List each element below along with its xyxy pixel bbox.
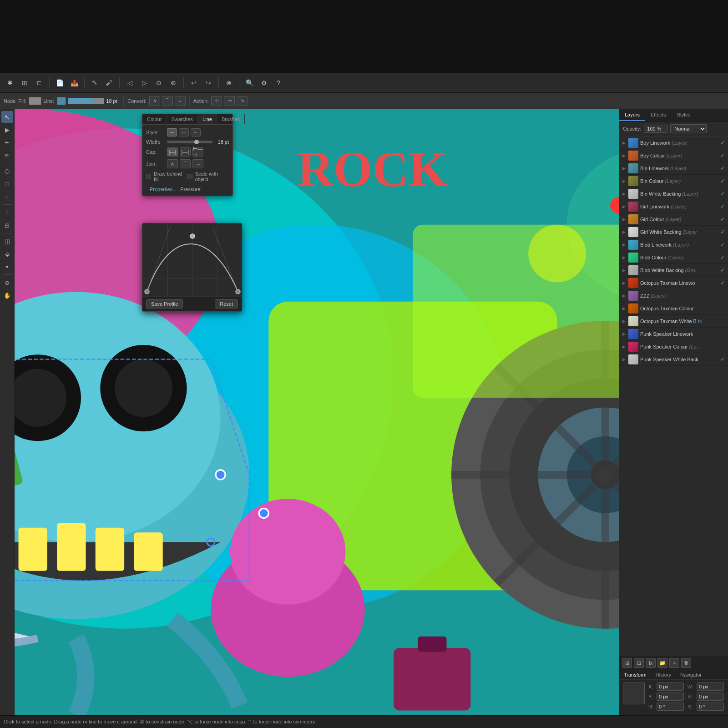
panel-footer-delete[interactable]: 🗑 — [681, 658, 691, 668]
panel-footer-fx[interactable]: fx — [646, 658, 656, 668]
layer-vis-9[interactable]: ✓ — [719, 241, 726, 248]
tool-pen[interactable]: ✒ — [1, 136, 13, 148]
line-width-slider[interactable] — [68, 98, 104, 104]
layer-expand-8[interactable]: ▶ — [621, 229, 627, 235]
layer-item-blob-white-backing[interactable]: ▶ Blob White Backing (Gro... ✓ — [619, 264, 728, 277]
join-btn-round[interactable]: ⌒ — [180, 159, 191, 168]
layer-expand-6[interactable]: ▶ — [621, 204, 627, 209]
convert-btn-2[interactable]: ⌒ — [162, 96, 173, 106]
layer-expand-14[interactable]: ▶ — [621, 306, 627, 311]
layer-vis-6[interactable]: ✓ — [719, 203, 726, 210]
tool-rect[interactable]: □ — [1, 178, 13, 190]
tab-history[interactable]: History — [651, 670, 676, 679]
layer-vis-12[interactable]: ✓ — [719, 279, 726, 287]
menu-icon-redo[interactable]: ↪ — [202, 76, 215, 89]
menu-icon-share[interactable]: ⊏ — [33, 76, 46, 89]
menu-icon-persona2[interactable]: 🖋 — [103, 76, 116, 89]
w-input[interactable] — [697, 682, 724, 691]
tab-transform[interactable]: Transform — [619, 670, 651, 679]
layer-vis-15[interactable] — [719, 318, 726, 325]
panel-footer-mask[interactable]: ⊡ — [634, 658, 644, 668]
convert-btn-3[interactable]: ⌣ — [175, 96, 186, 106]
layer-item-bin-colour[interactable]: ▶ Bin Colour (Layer) ✓ — [619, 175, 728, 187]
scale-object-checkbox[interactable] — [187, 174, 192, 179]
menu-icon-align[interactable]: ⊜ — [222, 76, 235, 89]
layer-vis-5[interactable]: ✓ — [719, 190, 726, 197]
layer-item-boy-linework[interactable]: ▶ Boy Linework (Layer) ✓ — [619, 136, 728, 149]
menu-icon-persona1[interactable]: ✎ — [88, 76, 101, 89]
layer-item-bin-white-backing[interactable]: ▶ Bin White Backing (Layer) ✓ — [619, 187, 728, 200]
layer-expand-3[interactable]: ▶ — [621, 166, 627, 171]
panel-footer-folder[interactable]: 📁 — [657, 658, 667, 668]
reset-button[interactable]: Reset — [215, 299, 238, 308]
menu-icon-view3[interactable]: ⊙ — [152, 76, 165, 89]
tool-pan[interactable]: ✋ — [1, 289, 13, 301]
cap-btn-butt[interactable]: |—| — [167, 147, 178, 157]
style-btn-dashed[interactable]: - - — [179, 128, 189, 136]
layer-vis-4[interactable]: ✓ — [719, 177, 726, 185]
tab-swatches[interactable]: Swatches — [167, 114, 198, 124]
cap-btn-square[interactable]: ⊢—⊣ — [192, 147, 203, 157]
layer-vis-16[interactable] — [719, 330, 726, 338]
layer-expand-13[interactable]: ▶ — [621, 293, 627, 298]
layer-expand-10[interactable]: ▶ — [621, 255, 627, 260]
r-input[interactable] — [657, 703, 684, 711]
layer-vis-11[interactable]: ✓ — [719, 267, 726, 274]
layer-item-punk-white-back[interactable]: ▶ Punk Speaker White Back ✓ — [619, 353, 728, 366]
fill-swatch[interactable] — [29, 97, 41, 105]
tool-gradient[interactable]: ◫ — [1, 235, 13, 247]
panel-footer-group[interactable]: ⊞ — [622, 658, 632, 668]
layer-expand-16[interactable]: ▶ — [621, 331, 627, 337]
layer-item-boy-colour[interactable]: ▶ Boy Colour (Layer) ✓ — [619, 149, 728, 162]
tab-styles[interactable]: Styles — [671, 109, 696, 121]
layer-vis-14[interactable] — [719, 305, 726, 312]
layer-vis-2[interactable]: ✓ — [719, 152, 726, 159]
layer-vis-18[interactable]: ✓ — [719, 356, 726, 363]
layer-expand-17[interactable]: ▶ — [621, 344, 627, 349]
save-profile-button[interactable]: Save Profile — [146, 299, 183, 308]
layer-item-zzz[interactable]: ▶ ZZZ (Layer) — [619, 289, 728, 302]
menu-icon-view2[interactable]: ▷ — [138, 76, 151, 89]
width-slider-thumb[interactable] — [194, 140, 199, 144]
layer-expand-2[interactable]: ▶ — [621, 153, 627, 158]
layer-item-octopus-linework[interactable]: ▶ Octopus Taxman Linewo ✓ — [619, 277, 728, 289]
layer-expand-1[interactable]: ▶ — [621, 140, 627, 146]
menu-icon-help[interactable]: ? — [272, 76, 285, 89]
y-input[interactable] — [657, 693, 684, 701]
tool-node[interactable]: ↖ — [1, 111, 13, 123]
tool-ellipse[interactable]: ○ — [1, 191, 13, 202]
menu-icon-view1[interactable]: ◁ — [123, 76, 136, 89]
layer-vis-7[interactable]: ✓ — [719, 216, 726, 223]
tool-table[interactable]: ⊞ — [1, 219, 13, 231]
h-input[interactable] — [697, 693, 724, 701]
tab-colour[interactable]: Colour — [142, 114, 167, 124]
tab-effects[interactable]: Effects — [645, 109, 671, 121]
layer-expand-18[interactable]: ▶ — [621, 357, 627, 362]
menu-icon-doc[interactable]: 📄 — [53, 76, 66, 89]
layer-item-bin-linework[interactable]: ▶ Bin Linework (Layer) ✓ — [619, 162, 728, 175]
layer-expand-5[interactable]: ▶ — [621, 191, 627, 197]
canvas-area[interactable]: $ MRTAXM — [15, 109, 619, 715]
layer-vis-17[interactable] — [719, 343, 726, 350]
layer-vis-3[interactable]: ✓ — [719, 165, 726, 172]
action-btn-1[interactable]: ⊹ — [211, 96, 222, 106]
layer-expand-9[interactable]: ▶ — [621, 242, 627, 248]
blend-mode-select[interactable]: Normal Multiply Screen Overlay — [670, 124, 707, 133]
layer-item-punk-linework[interactable]: ▶ Punk Speaker Linework — [619, 328, 728, 340]
properties-link[interactable]: Properties... — [150, 187, 177, 192]
layer-item-punk-colour[interactable]: ▶ Punk Speaker Colour (La... — [619, 340, 728, 353]
action-btn-3[interactable]: ∿ — [237, 96, 248, 106]
layer-item-blob-colour[interactable]: ▶ Blob Colour (Layer) ✓ — [619, 251, 728, 264]
layer-vis-8[interactable]: ✓ — [719, 228, 726, 236]
layer-item-blob-linework[interactable]: ▶ Blob Linework (Layer) ✓ — [619, 238, 728, 251]
tool-text[interactable]: T — [1, 207, 13, 218]
tab-line[interactable]: Line — [198, 114, 217, 124]
layer-vis-1[interactable]: ✓ — [719, 139, 726, 147]
tool-zoom[interactable]: ⊕ — [1, 277, 13, 288]
opacity-input[interactable] — [644, 125, 667, 133]
menu-icon-zoom[interactable]: 🔍 — [243, 76, 256, 89]
tool-crop[interactable]: ✦ — [1, 261, 13, 273]
layer-expand-12[interactable]: ▶ — [621, 280, 627, 286]
tool-shape[interactable]: ⬡ — [1, 165, 13, 177]
layer-item-girl-linework[interactable]: ▶ Girl Linework (Layer) ✓ — [619, 200, 728, 213]
